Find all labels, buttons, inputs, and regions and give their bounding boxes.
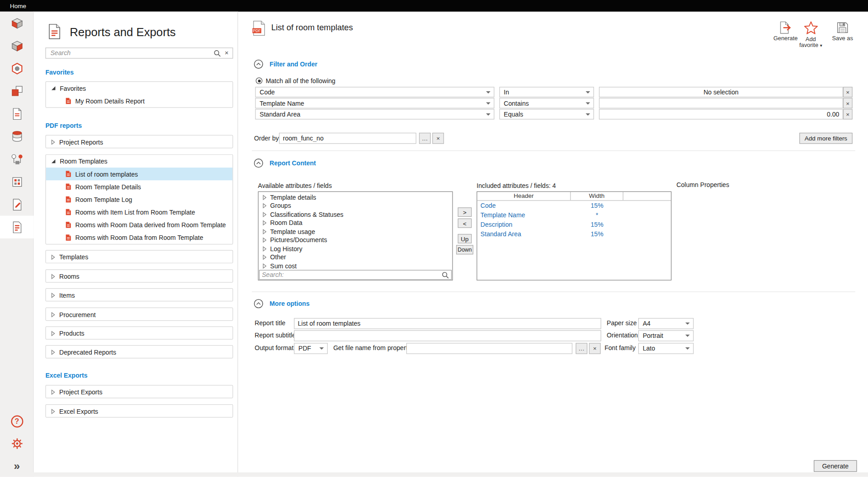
tree-item-pictures-documents[interactable]: Pictures/Documents — [259, 236, 453, 244]
clear-search-icon[interactable]: × — [225, 49, 229, 57]
workflow-icon[interactable] — [0, 148, 34, 170]
order-by-clear-button[interactable]: × — [432, 133, 444, 144]
group-excel-exports[interactable]: Excel Exports — [45, 404, 233, 417]
document-icon[interactable] — [0, 103, 34, 125]
group-items[interactable]: Items — [45, 288, 233, 301]
tree-item-sum-cost[interactable]: Sum cost — [259, 262, 453, 270]
table-header-width[interactable]: Width — [571, 192, 623, 200]
list-item-list-of-room-templates[interactable]: List of room templates — [46, 168, 233, 180]
filter-operator-select-1[interactable]: In — [499, 87, 594, 97]
caret-down-icon: ▾ — [820, 43, 822, 48]
cell-width: 15% — [571, 230, 623, 237]
remove-filter-button-1[interactable]: × — [843, 87, 853, 97]
reports-icon[interactable] — [0, 216, 34, 238]
list-item-rooms-with-room-data[interactable]: Rooms with Room Data from Room Template — [46, 231, 233, 244]
output-format-select[interactable]: PDF — [294, 343, 328, 354]
orientation-select[interactable]: Portrait — [638, 330, 693, 341]
list-item-room-template-log[interactable]: Room Template Log — [46, 193, 233, 206]
list-item-my-room-details-report[interactable]: My Room Details Report — [46, 94, 233, 107]
move-up-button[interactable]: Up — [458, 234, 472, 243]
home-menu[interactable]: Home — [10, 3, 26, 9]
filter-field-select-1[interactable]: Code — [255, 87, 494, 97]
table-header-header[interactable]: Header — [477, 192, 571, 200]
paper-size-select[interactable]: A4 — [638, 318, 693, 329]
collapse-section-icon[interactable] — [254, 59, 264, 70]
furniture-3d-icon[interactable] — [0, 12, 34, 34]
move-right-button[interactable]: > — [458, 207, 472, 217]
search-icon[interactable] — [442, 271, 449, 279]
spec-pen-icon[interactable] — [0, 193, 34, 215]
building-grid-icon[interactable] — [0, 170, 34, 193]
group-procurement[interactable]: Procurement — [45, 308, 233, 321]
tree-item-other[interactable]: Other — [259, 253, 453, 262]
group-products[interactable]: Products — [45, 326, 233, 339]
table-row[interactable]: Template Name * — [477, 210, 671, 220]
tree-item-classifications[interactable]: Classifications & Statuses — [259, 210, 453, 219]
group-rooms[interactable]: Rooms — [45, 269, 233, 282]
list-item-label: My Room Details Report — [75, 98, 145, 104]
table-row[interactable]: Standard Area 15% — [477, 229, 671, 238]
filter-operator-select-3[interactable]: Equals — [499, 109, 594, 119]
collapse-section-icon[interactable] — [254, 299, 264, 309]
table-row[interactable]: Code 15% — [477, 201, 671, 210]
order-by-browse-button[interactable]: … — [419, 133, 431, 144]
remove-filter-button-2[interactable]: × — [843, 98, 853, 108]
close-icon: × — [846, 89, 849, 96]
generate-toolbar-button[interactable]: Generate — [773, 21, 798, 42]
group-project-reports[interactable]: Project Reports — [45, 135, 233, 148]
tree-search-input[interactable] — [259, 271, 442, 280]
search-icon[interactable] — [214, 50, 221, 57]
hexagon-core-icon[interactable] — [0, 57, 34, 80]
tree-item-log-history[interactable]: Log History — [259, 244, 453, 253]
pdf-file-icon — [65, 98, 71, 105]
filter-operator-select-2[interactable]: Contains — [499, 98, 594, 108]
room-templates-group-header[interactable]: Room Templates — [46, 155, 233, 168]
add-more-filters-button[interactable]: Add more filters — [799, 133, 853, 144]
filter-value-input-2[interactable] — [599, 98, 843, 108]
report-subtitle-label: Report subtitle — [255, 332, 296, 339]
add-favorite-button[interactable]: Add favorite ▾ — [797, 21, 824, 49]
table-row[interactable]: Description 15% — [477, 220, 671, 229]
match-all-radio[interactable] — [256, 77, 263, 84]
room-3d-icon[interactable] — [0, 34, 34, 57]
remove-filter-button-3[interactable]: × — [843, 109, 853, 119]
collapse-section-icon[interactable] — [254, 158, 264, 169]
save-as-button[interactable]: Save as — [829, 21, 856, 42]
settings-gear-icon[interactable] — [0, 432, 34, 454]
stacked-boxes-icon[interactable] — [0, 80, 34, 102]
search-input[interactable] — [46, 48, 214, 58]
tree-item-room-data[interactable]: Room Data — [259, 219, 453, 227]
file-name-browse-button[interactable]: … — [576, 343, 587, 354]
order-by-input[interactable] — [279, 133, 416, 144]
filter-field-select-2[interactable]: Template Name — [255, 98, 494, 108]
group-deprecated-reports[interactable]: Deprecated Reports — [45, 345, 233, 358]
tree-item-template-details[interactable]: Template details — [259, 193, 453, 201]
pdf-file-icon — [65, 209, 71, 216]
font-family-select[interactable]: Lato — [638, 343, 693, 354]
file-name-input[interactable] — [406, 343, 572, 354]
group-templates[interactable]: Templates — [45, 250, 233, 263]
tree-item-template-usage[interactable]: Template usage — [259, 227, 453, 236]
group-project-exports[interactable]: Project Exports — [45, 385, 233, 398]
move-down-button[interactable]: Down — [456, 245, 473, 254]
collapsed-triangle-icon — [262, 220, 267, 226]
list-item-room-template-details[interactable]: Room Template Details — [46, 180, 233, 193]
filter-value-picker-1[interactable]: No selection — [599, 87, 843, 97]
report-title-input[interactable] — [294, 318, 601, 329]
list-item-rooms-with-room-data-derived[interactable]: Rooms with Room Data derived from Room T… — [46, 219, 233, 231]
save-as-label: Save as — [832, 35, 853, 41]
paper-size-label: Paper size — [607, 320, 637, 327]
help-icon[interactable]: ? — [0, 410, 34, 432]
report-subtitle-input[interactable] — [294, 330, 601, 341]
filter-value-input-3[interactable] — [599, 109, 843, 119]
filter-field-select-3[interactable]: Standard Area — [255, 109, 494, 119]
database-icon[interactable] — [0, 125, 34, 148]
cell-width: 15% — [571, 221, 623, 228]
list-item-rooms-with-item-list[interactable]: Rooms with Item List from Room Template — [46, 206, 233, 219]
tree-item-groups[interactable]: Groups — [259, 201, 453, 210]
generate-button[interactable]: Generate — [814, 460, 857, 472]
output-format-label: Output format — [255, 345, 293, 351]
move-left-button[interactable]: < — [458, 219, 472, 228]
favorites-group-header[interactable]: Favorites — [46, 82, 233, 94]
file-name-clear-button[interactable]: × — [589, 343, 601, 354]
